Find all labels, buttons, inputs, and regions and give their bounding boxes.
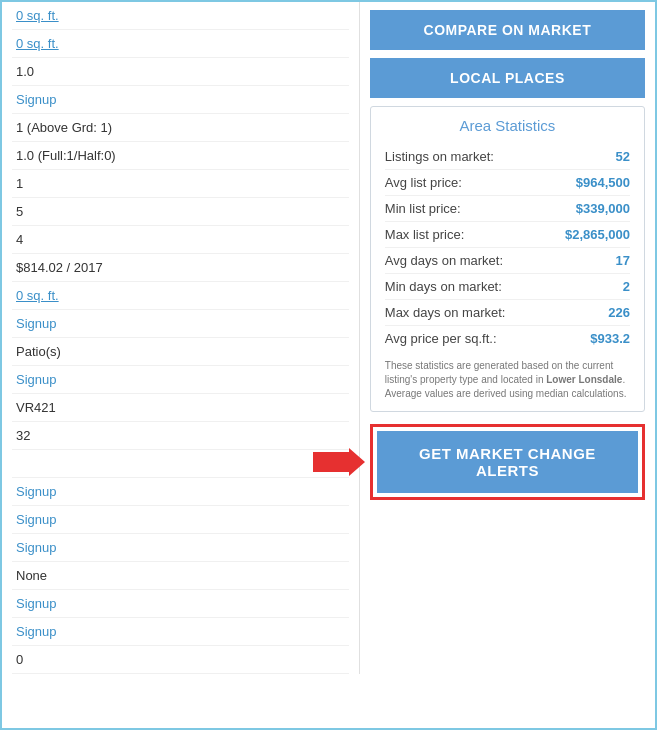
stats-title: Area Statistics <box>385 117 630 134</box>
stat-value: 226 <box>608 305 630 320</box>
stat-row: Listings on market:52 <box>385 144 630 170</box>
cell-value: 4 <box>16 232 23 247</box>
cell-value: VR421 <box>16 400 56 415</box>
stat-label: Avg price per sq.ft.: <box>385 331 497 346</box>
list-item: $814.02 / 2017 <box>12 254 349 282</box>
stat-value: 52 <box>616 149 630 164</box>
signup-link[interactable]: Signup <box>16 596 56 611</box>
list-item: Patio(s) <box>12 338 349 366</box>
list-item: VR421 <box>12 394 349 422</box>
cell-value: $814.02 / 2017 <box>16 260 103 275</box>
get-market-change-alerts-button[interactable]: GET MARKET CHANGE ALERTS <box>377 431 638 493</box>
left-column: 0 sq. ft.0 sq. ft.1.0Signup1 (Above Grd:… <box>2 2 360 674</box>
cell-value: 32 <box>16 428 30 443</box>
signup-link[interactable]: Signup <box>16 316 56 331</box>
list-item[interactable]: Signup <box>12 478 349 506</box>
link-value[interactable]: 0 sq. ft. <box>16 288 59 303</box>
cell-value: None <box>16 568 47 583</box>
stat-row: Avg price per sq.ft.:$933.2 <box>385 326 630 351</box>
list-item: 1.0 (Full:1/Half:0) <box>12 142 349 170</box>
stat-row: Avg list price:$964,500 <box>385 170 630 196</box>
stat-value: 2 <box>623 279 630 294</box>
list-item[interactable]: Signup <box>12 86 349 114</box>
stat-value: $964,500 <box>576 175 630 190</box>
list-item: 1 <box>12 170 349 198</box>
stat-value: $339,000 <box>576 201 630 216</box>
cell-value: 1 (Above Grd: 1) <box>16 120 112 135</box>
list-item: 1 (Above Grd: 1) <box>12 114 349 142</box>
list-item: 0 <box>12 646 349 674</box>
cell-value: 1.0 <box>16 64 34 79</box>
cell-value: 1 <box>16 176 23 191</box>
stat-value: 17 <box>616 253 630 268</box>
list-item[interactable]: 0 sq. ft. <box>12 282 349 310</box>
stat-label: Avg list price: <box>385 175 462 190</box>
link-value[interactable]: 0 sq. ft. <box>16 36 59 51</box>
compare-on-market-button[interactable]: COMPARE ON MARKET <box>370 10 645 50</box>
alert-button-wrapper: GET MARKET CHANGE ALERTS <box>370 424 645 500</box>
signup-link[interactable]: Signup <box>16 484 56 499</box>
stat-value: $933.2 <box>590 331 630 346</box>
cell-value: 0 <box>16 652 23 667</box>
stat-label: Min list price: <box>385 201 461 216</box>
stat-value: $2,865,000 <box>565 227 630 242</box>
list-item[interactable]: Signup <box>12 590 349 618</box>
list-item[interactable]: 0 sq. ft. <box>12 2 349 30</box>
list-item: 1.0 <box>12 58 349 86</box>
right-column: COMPARE ON MARKET LOCAL PLACES Area Stat… <box>360 2 655 674</box>
signup-link[interactable]: Signup <box>16 512 56 527</box>
stat-label: Listings on market: <box>385 149 494 164</box>
list-item: None <box>12 562 349 590</box>
cell-value: 5 <box>16 204 23 219</box>
signup-link[interactable]: Signup <box>16 624 56 639</box>
stat-row: Min list price:$339,000 <box>385 196 630 222</box>
cell-value: 1.0 (Full:1/Half:0) <box>16 148 116 163</box>
link-value[interactable]: 0 sq. ft. <box>16 8 59 23</box>
arrow-icon <box>313 448 365 476</box>
list-item[interactable]: Signup <box>12 366 349 394</box>
list-item[interactable]: Signup <box>12 310 349 338</box>
stat-row: Max list price:$2,865,000 <box>385 222 630 248</box>
stat-label: Max days on market: <box>385 305 506 320</box>
stat-row: Max days on market:226 <box>385 300 630 326</box>
list-item[interactable]: 0 sq. ft. <box>12 30 349 58</box>
list-item: 4 <box>12 226 349 254</box>
signup-link[interactable]: Signup <box>16 372 56 387</box>
list-item: 32 <box>12 422 349 450</box>
list-item: 5 <box>12 198 349 226</box>
main-layout: 0 sq. ft.0 sq. ft.1.0Signup1 (Above Grd:… <box>2 2 655 674</box>
stat-label: Min days on market: <box>385 279 502 294</box>
signup-link[interactable]: Signup <box>16 540 56 555</box>
stat-label: Avg days on market: <box>385 253 503 268</box>
stat-row: Min days on market:2 <box>385 274 630 300</box>
signup-link[interactable]: Signup <box>16 92 56 107</box>
svg-marker-0 <box>313 448 365 476</box>
list-item <box>12 450 349 478</box>
cell-value: Patio(s) <box>16 344 61 359</box>
stat-row: Avg days on market:17 <box>385 248 630 274</box>
list-item[interactable]: Signup <box>12 618 349 646</box>
local-places-button[interactable]: LOCAL PLACES <box>370 58 645 98</box>
area-statistics-box: Area Statistics Listings on market:52Avg… <box>370 106 645 412</box>
list-item[interactable]: Signup <box>12 506 349 534</box>
stat-label: Max list price: <box>385 227 464 242</box>
stats-footnote: These statistics are generated based on … <box>385 359 630 401</box>
list-item[interactable]: Signup <box>12 534 349 562</box>
